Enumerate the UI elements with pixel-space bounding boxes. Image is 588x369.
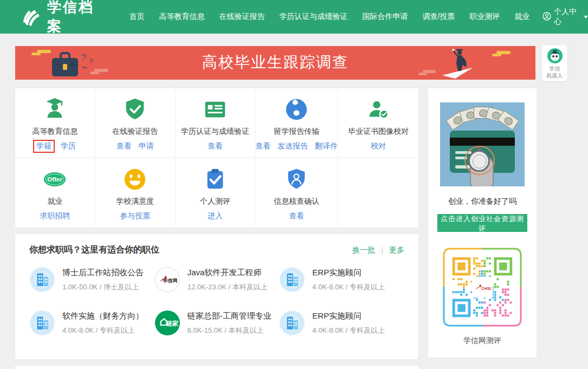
- service-link[interactable]: 校对: [371, 141, 386, 151]
- service-links: 查看申请: [117, 141, 154, 151]
- startup-promo-image[interactable]: [440, 102, 525, 186]
- nav-item-5[interactable]: 调查/投票: [422, 12, 455, 22]
- separator: |: [381, 246, 383, 255]
- survey-banner[interactable]: ? ? 高校毕业生跟踪调查: [15, 46, 535, 80]
- service-links: 学籍学历: [34, 141, 76, 151]
- offer-badge-icon: Offer: [42, 167, 67, 192]
- service-cell-2: 学历认证与成绩验证查看: [176, 88, 256, 158]
- service-title: 留学报告传输: [274, 127, 319, 137]
- nav-items: 首页高等教育信息在线验证报告学历认证与成绩验证国际合作申请调查/投票职业测评就业: [129, 12, 529, 22]
- banner-title: 高校毕业生跟踪调查: [202, 52, 348, 73]
- certificate-icon: [203, 97, 228, 122]
- job-title: ERP实施顾问: [312, 268, 385, 278]
- service-link[interactable]: 进入: [208, 211, 223, 221]
- service-link[interactable]: 学历: [61, 141, 76, 151]
- job-item-0[interactable]: 博士后工作站招收公告1.0K-50.0K / 博士及以上: [29, 267, 154, 293]
- promo-caption: 创业，你准备好了吗: [428, 197, 537, 206]
- service-links: 进入: [208, 211, 223, 221]
- service-link[interactable]: 查看: [289, 211, 304, 221]
- clipboard-check-icon: [203, 167, 228, 192]
- services-grid: 高等教育信息学籍学历在线验证报告查看申请学历认证与成绩验证查看留学报告传输查看发…: [15, 88, 418, 228]
- job-item-4[interactable]: 链家链家总部-工商管理专业6.0K-15.0K / 本科及以上: [154, 310, 280, 336]
- svg-text:?: ?: [88, 57, 94, 66]
- building-icon: [279, 310, 305, 336]
- service-link[interactable]: 学籍: [33, 140, 55, 153]
- job-item-3[interactable]: 软件实施（财务方向）4.0K-8.0K / 专科及以上: [29, 310, 154, 336]
- nav-item-4[interactable]: 国际合作申请: [362, 12, 408, 22]
- service-link[interactable]: 发送报告: [277, 141, 308, 151]
- service-cell-1: 在线验证报告查看申请: [95, 88, 176, 158]
- user-menu-label: 个人中心: [554, 7, 580, 27]
- startup-assessment-button[interactable]: 点击进入创业社会资源测评: [437, 214, 527, 232]
- service-title: 学历认证与成绩验证: [181, 127, 249, 137]
- service-title: 在线验证报告: [112, 127, 158, 137]
- svg-text:学信网: 学信网: [163, 278, 177, 283]
- service-links: 查看发送报告翻译件: [255, 141, 338, 151]
- service-cell-3: 留学报告传输查看发送报告翻译件: [255, 88, 338, 158]
- service-title: 个人测评: [200, 197, 230, 206]
- job-title: 博士后工作站招收公告: [62, 268, 144, 278]
- service-link[interactable]: 申请: [139, 141, 154, 151]
- service-title: 高等教育信息: [32, 127, 77, 137]
- service-links: 求职招聘: [40, 211, 70, 221]
- service-title: 信息核查确认: [274, 197, 319, 206]
- robot-assistant[interactable]: 学信 机器人: [542, 45, 567, 81]
- services-panel: 高等教育信息学籍学历在线验证报告查看申请学历认证与成绩验证查看留学报告传输查看发…: [15, 88, 418, 228]
- service-link[interactable]: 参与投票: [120, 211, 150, 221]
- job-salary-degree: 4.0K-8.0K / 专科及以上: [62, 326, 144, 335]
- service-link[interactable]: 查看: [255, 141, 270, 151]
- job-item-5[interactable]: ERP实施顾问4.0K-8.0K / 专科及以上: [279, 310, 404, 336]
- job-item-1[interactable]: 学信网Java软件开发工程师12.0K-23.0K / 本科及以上: [154, 267, 280, 293]
- service-cell-5: Offer就业求职招聘: [15, 158, 95, 228]
- svg-text:Offer: Offer: [48, 176, 63, 183]
- person-check-icon: [366, 97, 391, 122]
- nav-item-3[interactable]: 学历认证与成绩验证: [279, 12, 347, 22]
- chsi-fan-logo-icon: [22, 5, 42, 28]
- robot-icon: [547, 48, 563, 63]
- service-cell-empty: [338, 158, 418, 228]
- job-salary-degree: 1.0K-50.0K / 博士及以上: [62, 282, 144, 292]
- job-salary-degree: 4.0K-8.0K / 专科及以上: [312, 326, 385, 335]
- more-jobs-link[interactable]: 更多: [389, 245, 404, 255]
- service-link[interactable]: 查看: [208, 141, 223, 151]
- qr-caption: 学信网测评: [428, 336, 537, 346]
- job-salary-degree: 12.0K-23.0K / 本科及以上: [188, 282, 268, 292]
- job-salary-degree: 6.0K-15.0K / 本科及以上: [188, 326, 272, 335]
- nav-item-2[interactable]: 在线验证报告: [219, 12, 264, 22]
- svg-text:?: ?: [80, 52, 87, 62]
- nav-item-7[interactable]: 就业: [514, 12, 529, 22]
- lianjia-logo-icon: 链家: [154, 310, 180, 336]
- nav-item-0[interactable]: 首页: [129, 12, 144, 22]
- service-link[interactable]: 查看: [117, 141, 132, 151]
- page: 学信档案 首页高等教育信息在线验证报告学历认证与成绩验证国际合作申请调查/投票职…: [0, 0, 588, 369]
- smiley-icon: [122, 167, 147, 192]
- job-title: Java软件开发工程师: [188, 268, 268, 278]
- service-title: 毕业证书图像校对: [348, 127, 409, 137]
- qr-code[interactable]: CHSI: [442, 247, 523, 328]
- service-links: 参与投票: [120, 211, 150, 221]
- refresh-jobs-link[interactable]: 换一批: [352, 245, 375, 255]
- service-link[interactable]: 翻译件: [315, 141, 338, 151]
- jobs-grid: 博士后工作站招收公告1.0K-50.0K / 博士及以上学信网Java软件开发工…: [15, 261, 418, 336]
- brand[interactable]: 学信档案: [22, 0, 102, 36]
- service-cell-0: 高等教育信息学籍学历: [15, 88, 95, 158]
- svg-text:链家: 链家: [165, 320, 179, 327]
- service-title: 学校满意度: [116, 197, 154, 206]
- job-title: ERP实施顾问: [312, 311, 385, 321]
- job-title: 软件实施（财务方向）: [62, 311, 144, 321]
- briefcase-illustration: ? ?: [25, 46, 133, 80]
- building-icon: [29, 267, 55, 293]
- service-links: 查看: [208, 141, 223, 151]
- robot-label-line1: 学信: [542, 65, 567, 72]
- job-title: 链家总部-工商管理专业: [188, 311, 272, 321]
- job-item-2[interactable]: ERP实施顾问4.0K-8.0K / 专科及以上: [279, 267, 404, 293]
- user-menu[interactable]: 个人中心: [542, 7, 588, 27]
- chevron-down-icon: [584, 16, 588, 18]
- service-links: 校对: [371, 141, 386, 151]
- globe-icon: [284, 97, 309, 122]
- nav-item-6[interactable]: 职业测评: [469, 12, 500, 22]
- service-link[interactable]: 求职招聘: [40, 211, 70, 221]
- jobs-panel: 你想求职吗？这里有适合你的职位 换一批 | 更多 博士后工作站招收公告1.0K-…: [15, 234, 418, 359]
- shield-person-icon: [284, 167, 309, 192]
- nav-item-1[interactable]: 高等教育信息: [159, 12, 204, 22]
